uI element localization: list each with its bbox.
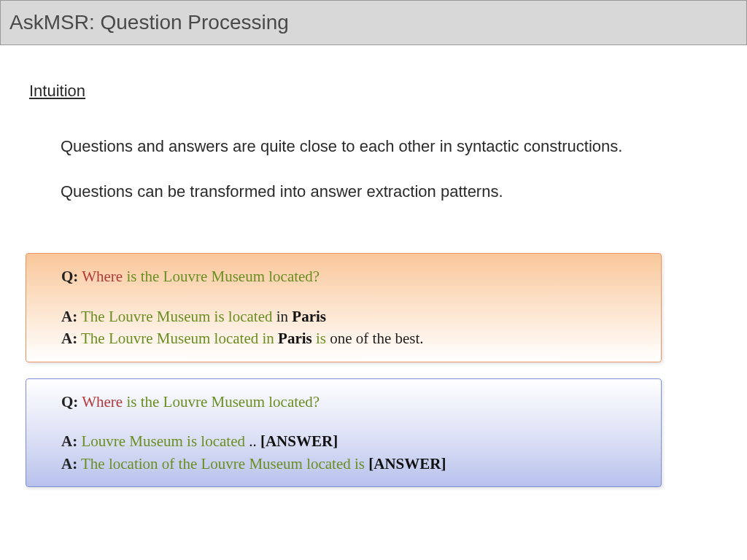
slide-content: Intuition Questions and answers are quit… — [0, 45, 747, 487]
slide-title: AskMSR: Question Processing — [9, 11, 738, 34]
q-where: Where — [82, 393, 123, 411]
q-prefix: Q: — [61, 393, 78, 411]
a-bold: Paris — [292, 308, 326, 325]
q-where: Where — [82, 268, 123, 285]
a-olive: The location of the Louvre Museum locate… — [81, 455, 365, 472]
question-line: Q: Where is the Louvre Museum located? — [61, 265, 648, 287]
intuition-line-1: Questions and answers are quite close to… — [61, 136, 721, 158]
q-prefix: Q: — [61, 268, 78, 285]
intuition-line-2: Questions can be transformed into answer… — [61, 181, 721, 203]
answer-line-1: A: The Louvre Museum is located in Paris — [61, 306, 648, 327]
a-prefix: A: — [61, 432, 77, 450]
slide-header: AskMSR: Question Processing — [0, 0, 747, 45]
answer-line-2: A: The location of the Louvre Museum loc… — [61, 453, 648, 475]
a-is: is — [316, 330, 326, 347]
example-box-blue: Q: Where is the Louvre Museum located? A… — [26, 378, 662, 487]
answer-line-1: A: Louvre Museum is located .. [ANSWER] — [61, 430, 648, 452]
section-label-intuition: Intuition — [29, 82, 721, 101]
a-answer: [ANSWER] — [260, 432, 338, 450]
a-prefix: A: — [61, 308, 77, 325]
q-rest: is the Louvre Museum located? — [126, 268, 320, 285]
a-in: in — [276, 308, 288, 325]
a-olive: The Louvre Museum located in — [81, 330, 274, 347]
a-bold: Paris — [278, 330, 312, 347]
a-prefix: A: — [61, 455, 77, 472]
example-box-orange: Q: Where is the Louvre Museum located? A… — [26, 253, 662, 362]
question-line: Q: Where is the Louvre Museum located? — [61, 391, 648, 413]
spacer — [61, 413, 648, 430]
a-olive: Louvre Museum is located — [81, 432, 245, 450]
a-prefix: A: — [61, 330, 77, 347]
a-olive: The Louvre Museum is located — [81, 308, 272, 325]
a-dots: .. — [249, 432, 257, 450]
q-rest: is the Louvre Museum located? — [126, 393, 320, 411]
answer-line-2: A: The Louvre Museum located in Paris is… — [61, 327, 648, 349]
a-answer: [ANSWER] — [368, 455, 446, 472]
spacer — [61, 288, 648, 306]
a-rest: one of the best. — [330, 330, 423, 347]
